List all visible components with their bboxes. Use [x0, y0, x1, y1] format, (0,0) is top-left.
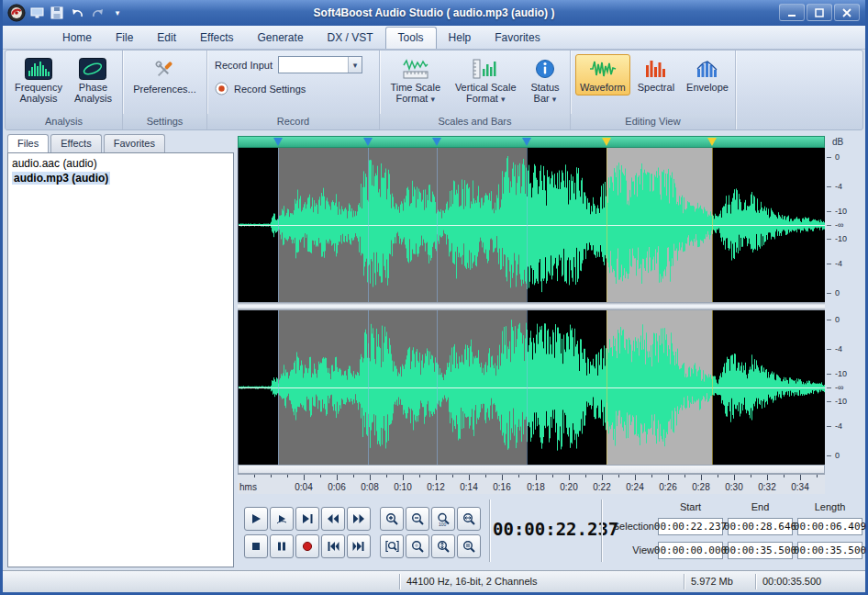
timeline-tick: [287, 475, 288, 477]
section-marker[interactable]: [522, 138, 531, 146]
record-input-dropdown-icon[interactable]: [348, 57, 362, 73]
timeline[interactable]: hms 0:040:060:080:100:120:140:160:180:20…: [238, 474, 825, 494]
preferences-button[interactable]: Preferences...: [128, 54, 200, 97]
tab-edit[interactable]: Edit: [145, 28, 188, 49]
status-bar-button[interactable]: Status Bar: [526, 54, 563, 107]
tab-dx-vst[interactable]: DX / VST: [316, 28, 385, 49]
view-length-field[interactable]: 00:00:35.500: [797, 542, 862, 559]
waveform-canvas-1[interactable]: [239, 148, 825, 302]
close-button[interactable]: [834, 4, 860, 21]
selection-length-field[interactable]: 00:00:06.409: [797, 518, 862, 535]
record-button[interactable]: [295, 534, 319, 558]
tab-effects[interactable]: Effects: [188, 28, 245, 49]
vertical-scale-format-button[interactable]: Vertical Scale Format: [451, 54, 521, 107]
app-logo[interactable]: [7, 5, 26, 21]
minimize-button[interactable]: [779, 4, 805, 21]
zoom-out-button[interactable]: [406, 507, 429, 531]
view-start-field[interactable]: 00:00:00.000: [658, 542, 723, 559]
app-window: Soft4Boost Audio Studio ( audio.mp3 (aud…: [0, 0, 868, 595]
ribbon-group-scales: Time Scale Format Vertical Scal: [380, 51, 571, 129]
tab-file[interactable]: File: [104, 28, 145, 49]
spectral-view-button[interactable]: Spectral: [633, 54, 679, 95]
marker-line: [712, 148, 713, 302]
zoom-in-button[interactable]: [380, 507, 404, 531]
envelope-view-button[interactable]: Envelope: [682, 54, 733, 95]
tab-generate[interactable]: Generate: [246, 28, 316, 49]
selection-end-field[interactable]: 00:00:28.646: [728, 518, 793, 535]
section-marker[interactable]: [273, 138, 283, 146]
selection-marker[interactable]: [602, 138, 611, 146]
view-end-field[interactable]: 00:00:35.500: [728, 542, 793, 559]
record-input-combobox[interactable]: [278, 56, 362, 73]
pause-button[interactable]: [270, 534, 294, 558]
timeline-tick: [651, 475, 652, 477]
play-button[interactable]: [244, 507, 268, 531]
tab-favorites-panel[interactable]: Favorites: [104, 134, 165, 152]
controls-separator: [489, 500, 491, 562]
timeline-tick-label: 0:10: [394, 482, 411, 492]
selection-start-field[interactable]: 00:00:22.237: [658, 518, 723, 535]
group-label-record: Record: [207, 114, 379, 129]
selection-header-end: End: [728, 501, 793, 512]
frequency-analysis-button[interactable]: Frequency Analysis: [10, 54, 67, 107]
tab-home[interactable]: Home: [50, 28, 104, 49]
tab-help[interactable]: Help: [437, 28, 484, 49]
marker-line: [606, 310, 607, 465]
tab-effects-panel[interactable]: Effects: [50, 134, 101, 152]
zoom-selection-button[interactable]: [380, 534, 404, 558]
skip-back-button[interactable]: [321, 507, 345, 531]
zoom-100-button[interactable]: 100: [431, 507, 455, 531]
play-to-end-button[interactable]: [295, 507, 319, 531]
customize-caret-icon[interactable]: [108, 5, 127, 21]
tab-favorites[interactable]: Favorites: [483, 28, 551, 49]
waveform-canvas-2[interactable]: [239, 310, 825, 465]
section-marker[interactable]: [363, 138, 373, 146]
save-icon-glyph: [50, 6, 63, 19]
list-item-selected[interactable]: audio.mp3 (audio): [10, 171, 231, 185]
db-scale-label: -10: [835, 207, 847, 216]
zoom-vertical-button[interactable]: [431, 534, 455, 558]
waveform-channel-left[interactable]: [238, 148, 825, 302]
marker-bar[interactable]: [238, 136, 825, 148]
tab-tools[interactable]: Tools: [385, 27, 437, 49]
waveform-channel-right[interactable]: [238, 310, 825, 465]
zoom-reset-button[interactable]: [457, 534, 481, 558]
svg-text:100: 100: [439, 522, 447, 526]
time-scale-format-button[interactable]: Time Scale Format: [385, 54, 445, 107]
marker-line: [368, 148, 369, 302]
record-input-field[interactable]: [279, 57, 348, 73]
selection-marker[interactable]: [707, 138, 717, 146]
redo-icon[interactable]: [88, 5, 106, 21]
go-to-start-button[interactable]: [321, 534, 345, 558]
skip-forward-button[interactable]: [347, 507, 371, 531]
waveform-view-button[interactable]: Waveform: [575, 54, 630, 95]
waveform-panel: dB hms 0:040:060:080:100:120:140:160:180…: [236, 134, 863, 494]
undo-icon[interactable]: [68, 5, 86, 21]
zoom-out-full-button[interactable]: [406, 534, 429, 558]
zoom-selection-icon: [385, 540, 399, 554]
zoom-fit-button[interactable]: [457, 507, 481, 531]
go-to-end-button[interactable]: [347, 534, 371, 558]
timeline-tick-major: [502, 475, 503, 480]
envelope-view-icon: [696, 58, 719, 80]
files-panel: Files Effects Favorites audio.aac (audio…: [7, 134, 234, 567]
tab-files[interactable]: Files: [7, 134, 49, 152]
db-scale-title: dB: [832, 137, 843, 147]
maximize-button[interactable]: [807, 4, 832, 21]
timeline-tick-major: [569, 475, 570, 480]
play-icon: [250, 512, 262, 525]
save-icon[interactable]: [48, 5, 66, 21]
play-all-button[interactable]: [270, 507, 294, 531]
timeline-tick-label: 0:06: [328, 482, 345, 492]
window-title: Soft4Boost Audio Studio ( audio.mp3 (aud…: [3, 6, 865, 19]
timeline-tick: [817, 475, 818, 477]
section-marker[interactable]: [432, 138, 441, 146]
stop-button[interactable]: [244, 534, 268, 558]
record-settings-button[interactable]: Record Settings: [215, 82, 372, 95]
group-label-editing-view: Editing View: [571, 114, 735, 129]
timeline-tick-major: [635, 475, 636, 480]
list-item[interactable]: audio.aac (audio): [10, 156, 231, 171]
horizontal-scrollbar[interactable]: [238, 465, 825, 474]
screen-icon[interactable]: [28, 5, 46, 21]
phase-analysis-button[interactable]: Phase Analysis: [70, 54, 117, 107]
